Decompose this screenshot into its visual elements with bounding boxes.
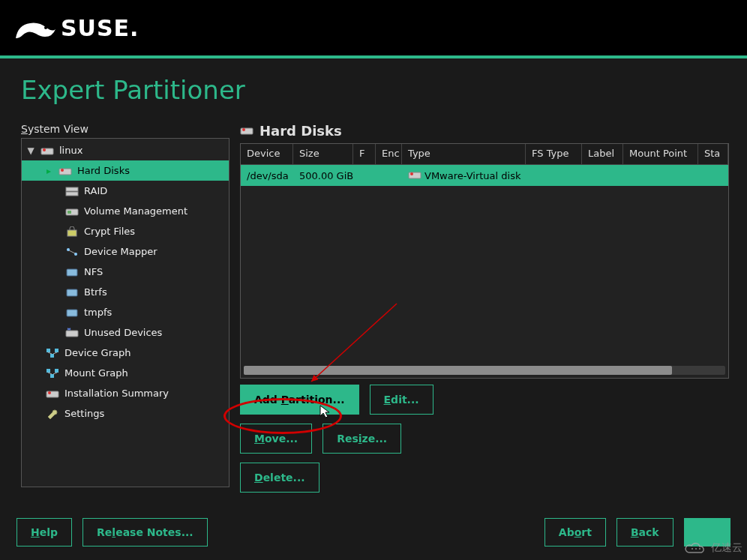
col-size[interactable]: Size [293,144,353,164]
resize-button[interactable]: Resize... [322,424,401,454]
svg-rect-5 [66,187,78,191]
svg-point-0 [44,26,47,29]
tree-item-installation-summary[interactable]: Installation Summary [22,383,229,403]
brand-name: SUSE. [61,15,139,41]
tree-item-btrfs[interactable]: Btrfs [22,282,229,302]
tree-item-device-mapper[interactable]: Device Mapper [22,241,229,262]
tree-label: System View [21,123,230,135]
scrollbar-thumb[interactable] [244,366,672,375]
top-bar: SUSE. [0,0,747,58]
tree-item-tmpfs[interactable]: tmpfs [22,302,229,322]
tree-item-crypt-files[interactable]: Crypt Files [22,221,229,241]
disk-icon [44,387,61,400]
page-title: Expert Partitioner [21,75,729,105]
svg-rect-16 [46,349,50,352]
disk-icon [57,164,74,178]
release-notes-button[interactable]: Release Notes... [82,518,208,547]
col-sta[interactable]: Sta [698,144,728,164]
suse-logo: SUSE. [14,14,139,41]
graph-icon [44,346,61,360]
tree-item-settings[interactable]: Settings [22,403,229,424]
svg-point-25 [242,128,245,131]
table-row[interactable]: /dev/sda 500.00 GiB VMware-Virtual disk [241,165,728,186]
svg-rect-12 [67,269,77,276]
col-f[interactable]: F [353,144,376,164]
svg-point-4 [61,169,64,172]
disk-icon [39,144,56,157]
svg-rect-15 [66,331,78,337]
crypt-icon [64,225,80,238]
raid-icon [64,184,80,198]
horizontal-scrollbar[interactable] [244,366,725,375]
tree-root-linux[interactable]: ▼ linux [22,140,229,160]
svg-point-31 [699,548,700,550]
action-buttons: Add Partition... Edit... Move... Resize.… [240,385,729,493]
section-header: Hard Disks [240,123,729,139]
tree-item-mount-graph[interactable]: Mount Graph [22,363,229,383]
disk-icon [240,123,254,139]
svg-rect-9 [68,230,76,236]
svg-point-27 [410,172,413,175]
svg-rect-20 [55,369,58,373]
disk-icon [408,169,422,182]
col-type[interactable]: Type [402,144,526,164]
tree-item-unused-devices[interactable]: Unused Devices [22,322,229,343]
svg-rect-13 [67,289,77,296]
svg-point-2 [43,148,46,151]
volume-icon [64,205,80,218]
svg-point-23 [48,391,51,394]
system-tree[interactable]: ▼ linux ▸ Hard Disks RAID [21,138,230,487]
abort-button[interactable]: Abort [544,518,606,547]
bottom-bar: Help Release Notes... Abort Back [16,518,730,547]
chameleon-icon [14,14,58,41]
edit-button[interactable]: Edit... [370,385,434,415]
col-enc[interactable]: Enc [376,144,402,164]
disk-table[interactable]: Device Size F Enc Type FS Type Label Mou… [240,143,729,379]
wrench-icon [44,407,61,421]
svg-rect-8 [68,211,71,214]
svg-rect-18 [50,354,54,358]
btrfs-icon [64,286,80,299]
cloud-icon [685,541,707,556]
delete-button[interactable]: Delete... [240,463,320,493]
col-device[interactable]: Device [241,144,293,164]
tree-item-volume-management[interactable]: Volume Management [22,201,229,221]
col-label[interactable]: Label [582,144,623,164]
unused-icon [64,326,80,340]
add-partition-button[interactable]: Add Partition... [240,385,359,415]
nfs-icon [64,265,80,279]
tmpfs-icon [64,306,80,319]
tree-item-nfs[interactable]: NFS [22,262,229,282]
graph-icon [44,367,61,380]
back-button[interactable]: Back [616,518,674,547]
mapper-icon [64,245,80,259]
help-button[interactable]: Help [16,518,72,547]
tree-item-hard-disks[interactable]: ▸ Hard Disks [22,160,229,181]
col-mount[interactable]: Mount Point [623,144,698,164]
col-fstype[interactable]: FS Type [526,144,582,164]
svg-point-30 [695,548,697,550]
tree-item-raid[interactable]: RAID [22,181,229,201]
svg-rect-14 [67,310,77,316]
table-header: Device Size F Enc Type FS Type Label Mou… [241,144,728,165]
svg-rect-19 [46,369,50,373]
tree-item-device-graph[interactable]: Device Graph [22,343,229,363]
watermark: 亿速云 [685,541,742,556]
move-button[interactable]: Move... [240,424,312,454]
svg-rect-17 [55,349,58,352]
svg-point-29 [692,548,693,550]
svg-rect-6 [66,192,78,196]
svg-rect-21 [50,374,54,378]
